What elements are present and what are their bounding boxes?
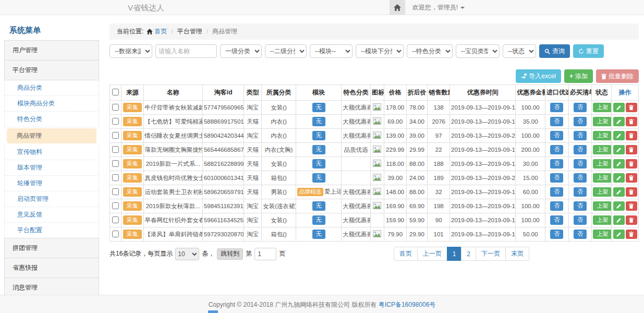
must-buy-toggle-badge[interactable]: 否 bbox=[574, 117, 587, 126]
home-nav-button[interactable] bbox=[390, 0, 405, 15]
module-none-badge[interactable]: 无 bbox=[312, 117, 325, 126]
module-none-badge[interactable]: 无 bbox=[312, 215, 325, 225]
edit-row-button[interactable] bbox=[613, 131, 625, 140]
edit-row-button[interactable] bbox=[613, 215, 625, 225]
imported-toggle-badge[interactable]: 否 bbox=[550, 173, 563, 183]
icp-link[interactable]: 粤ICP备16098006号 bbox=[379, 301, 435, 308]
status-badge[interactable]: 上架 bbox=[593, 187, 611, 197]
row-checkbox[interactable] bbox=[112, 104, 119, 111]
delete-row-button[interactable] bbox=[626, 117, 637, 126]
delete-row-button[interactable] bbox=[626, 230, 637, 239]
delete-row-button[interactable] bbox=[626, 145, 637, 154]
imported-toggle-badge[interactable]: 否 bbox=[550, 131, 563, 140]
must-buy-toggle-badge[interactable]: 否 bbox=[574, 230, 587, 239]
breadcrumb-home-link[interactable]: 首页 bbox=[147, 27, 167, 36]
must-buy-toggle-badge[interactable]: 否 bbox=[574, 145, 587, 154]
imported-toggle-badge[interactable]: 否 bbox=[550, 117, 563, 126]
name-search-input[interactable] bbox=[155, 44, 217, 58]
must-buy-toggle-badge[interactable]: 否 bbox=[574, 173, 587, 183]
jump-to-button[interactable]: 跳转到 bbox=[217, 248, 243, 260]
jump-page-input[interactable] bbox=[254, 248, 276, 260]
batch-delete-button[interactable]: 批量删除 bbox=[596, 69, 639, 83]
sidebar-sub-item[interactable]: 特色分类 bbox=[4, 112, 99, 127]
sidebar-sub-item[interactable]: 模块商品分类 bbox=[4, 96, 99, 112]
row-checkbox[interactable] bbox=[112, 146, 119, 153]
delete-row-button[interactable] bbox=[626, 187, 637, 197]
delete-row-button[interactable] bbox=[626, 159, 637, 168]
import-excel-button[interactable]: 导入excel bbox=[516, 69, 561, 83]
status-badge[interactable]: 上架 bbox=[593, 159, 611, 168]
row-checkbox[interactable] bbox=[112, 160, 119, 167]
sidebar-sub-item[interactable]: 宣传物料 bbox=[4, 145, 99, 160]
sidebar-sub-item[interactable]: 平台配置 bbox=[4, 223, 99, 238]
page-button-首页[interactable]: 首页 bbox=[394, 247, 418, 261]
page-size-select[interactable]: 10 bbox=[175, 248, 199, 260]
module-select[interactable]: --模块-- bbox=[310, 44, 353, 58]
sidebar-sub-item[interactable]: 版本管理 bbox=[4, 160, 99, 176]
row-checkbox[interactable] bbox=[112, 202, 119, 209]
status-badge[interactable]: 上架 bbox=[593, 145, 611, 154]
must-buy-toggle-badge[interactable]: 否 bbox=[574, 201, 587, 211]
edit-row-button[interactable] bbox=[613, 230, 625, 239]
delete-row-button[interactable] bbox=[626, 215, 637, 225]
row-checkbox[interactable] bbox=[112, 118, 119, 125]
module-none-badge[interactable]: 无 bbox=[312, 159, 325, 168]
select-all-checkbox[interactable] bbox=[112, 89, 119, 95]
sidebar-sub-item[interactable]: 意见反馈 bbox=[4, 207, 99, 223]
status-badge[interactable]: 上架 bbox=[593, 131, 611, 140]
search-button[interactable]: 查询 bbox=[539, 44, 570, 58]
imported-toggle-badge[interactable]: 否 bbox=[550, 201, 563, 211]
page-button-下一页[interactable]: 下一页 bbox=[476, 247, 506, 261]
data-source-select[interactable]: --数据来源-- bbox=[110, 44, 152, 58]
delete-row-button[interactable] bbox=[626, 103, 637, 112]
delete-row-button[interactable] bbox=[626, 173, 637, 183]
must-buy-toggle-badge[interactable]: 否 bbox=[574, 215, 587, 225]
must-buy-toggle-badge[interactable]: 否 bbox=[574, 187, 587, 197]
add-button[interactable]: + 添加 bbox=[564, 69, 593, 83]
module-none-badge[interactable]: 无 bbox=[312, 230, 325, 239]
scrollbar-thumb-fragment[interactable] bbox=[208, 310, 218, 313]
edit-row-button[interactable] bbox=[613, 201, 625, 211]
module-none-badge[interactable]: 无 bbox=[312, 201, 325, 211]
must-buy-toggle-badge[interactable]: 否 bbox=[574, 103, 587, 112]
edit-row-button[interactable] bbox=[613, 103, 625, 112]
status-select[interactable]: --状态-- bbox=[503, 44, 536, 58]
module-subcategory-select[interactable]: --模块下分类-- bbox=[356, 44, 404, 58]
module-badge[interactable]: 品牌精选 bbox=[297, 188, 323, 196]
imported-toggle-badge[interactable]: 否 bbox=[550, 215, 563, 225]
sidebar-sub-item[interactable]: 商品管理 bbox=[7, 128, 96, 143]
imported-toggle-badge[interactable]: 否 bbox=[550, 103, 563, 112]
module-none-badge[interactable]: 无 bbox=[312, 103, 325, 112]
edit-row-button[interactable] bbox=[613, 145, 625, 154]
status-badge[interactable]: 上架 bbox=[593, 117, 611, 126]
imported-toggle-badge[interactable]: 否 bbox=[550, 187, 563, 197]
page-button-2[interactable]: 2 bbox=[461, 247, 476, 261]
level1-category-select[interactable]: 一级分类 bbox=[220, 44, 262, 58]
delete-row-button[interactable] bbox=[626, 201, 637, 211]
edit-row-button[interactable] bbox=[613, 187, 625, 197]
must-buy-toggle-badge[interactable]: 否 bbox=[574, 159, 587, 168]
sidebar-sub-item[interactable]: 轮播管理 bbox=[4, 176, 99, 191]
item-type-select[interactable]: --宝贝类型-- bbox=[456, 44, 500, 58]
user-menu[interactable]: 欢迎您，管理员! bbox=[405, 0, 472, 15]
sidebar-sub-item[interactable]: 商品分类 bbox=[4, 80, 99, 96]
row-checkbox[interactable] bbox=[112, 132, 119, 139]
status-badge[interactable]: 上架 bbox=[593, 215, 611, 225]
status-badge[interactable]: 上架 bbox=[593, 173, 611, 183]
level2-category-select[interactable]: --二级分类-- bbox=[265, 44, 307, 58]
page-button-1[interactable]: 1 bbox=[447, 247, 462, 261]
imported-toggle-badge[interactable]: 否 bbox=[550, 159, 563, 168]
module-none-badge[interactable]: 无 bbox=[312, 173, 325, 183]
feature-category-select[interactable]: --特色分类-- bbox=[407, 44, 453, 58]
edit-row-button[interactable] bbox=[613, 159, 625, 168]
sidebar-group-item[interactable]: 用户管理 bbox=[4, 40, 99, 61]
edit-row-button[interactable] bbox=[613, 173, 625, 183]
must-buy-toggle-badge[interactable]: 否 bbox=[574, 131, 587, 140]
status-badge[interactable]: 上架 bbox=[593, 103, 611, 112]
module-none-badge[interactable]: 无 bbox=[312, 131, 325, 140]
delete-row-button[interactable] bbox=[626, 131, 637, 140]
edit-row-button[interactable] bbox=[613, 117, 625, 126]
row-checkbox[interactable] bbox=[112, 216, 119, 223]
sidebar-group-item[interactable]: 平台管理 bbox=[4, 60, 99, 80]
status-badge[interactable]: 上架 bbox=[593, 201, 611, 211]
